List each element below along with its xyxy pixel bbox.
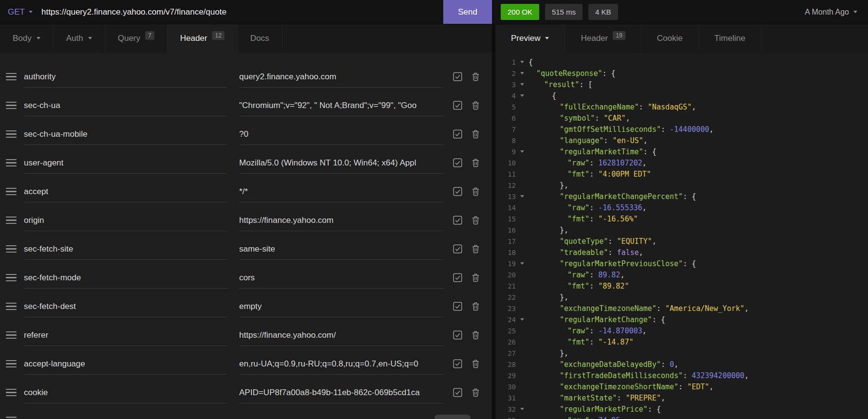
line-number: 24 [495, 316, 516, 324]
fold-toggle-icon[interactable] [516, 72, 528, 74]
header-value-input[interactable]: en,ru-UA;q=0.9,ru-RU;q=0.8,ru;q=0.7,en-U… [239, 349, 444, 378]
code-line: 23"exchangeTimezoneName": "America/New_Y… [495, 303, 868, 314]
drag-handle-icon[interactable] [6, 274, 17, 282]
drag-handle-icon[interactable] [6, 389, 17, 397]
header-enabled-checkbox[interactable] [453, 388, 462, 397]
drag-handle-icon[interactable] [6, 417, 17, 419]
fold-toggle-icon[interactable] [516, 262, 528, 265]
drag-handle-icon[interactable] [6, 73, 17, 81]
drag-handle-icon[interactable] [6, 245, 17, 253]
header-enabled-checkbox[interactable] [453, 216, 462, 225]
header-enabled-checkbox[interactable] [453, 72, 462, 81]
delete-header-button[interactable] [472, 244, 480, 254]
trash-icon [472, 129, 480, 139]
delete-header-button[interactable] [472, 187, 480, 196]
header-value-input[interactable]: ?0 [239, 120, 444, 148]
fold-toggle-icon[interactable] [516, 83, 528, 86]
request-url-section: GET https://query2.finance.yahoo.com/v7/… [0, 0, 492, 24]
method-dropdown[interactable]: GET [0, 0, 41, 24]
delete-header-button[interactable] [472, 129, 480, 139]
url-input[interactable]: https://query2.finance.yahoo.com/v7/fina… [41, 0, 443, 24]
header-name-input[interactable]: referer [24, 321, 227, 349]
delete-header-button[interactable] [472, 330, 480, 340]
checkbox-checked-icon [453, 187, 462, 196]
response-tab-timeline[interactable]: Timeline [699, 24, 762, 52]
response-tab-preview[interactable]: Preview [495, 24, 565, 53]
header-name-input[interactable]: sec-fetch-mode [24, 263, 227, 292]
header-enabled-checkbox[interactable] [453, 302, 462, 311]
delete-header-button[interactable] [472, 216, 480, 225]
header-name-input[interactable]: user-agent [24, 148, 227, 177]
delete-header-button[interactable] [472, 302, 480, 311]
scrollbar-thumb[interactable] [434, 415, 471, 419]
header-value-input[interactable]: query2.finance.yahoo.com [239, 62, 444, 91]
header-value-input[interactable]: https://finance.yahoo.com/ [239, 321, 444, 349]
header-enabled-checkbox[interactable] [453, 129, 462, 139]
code-line: 5"fullExchangeName": "NasdaqGS", [495, 101, 868, 112]
drag-handle-icon[interactable] [6, 130, 17, 138]
fold-toggle-icon[interactable] [516, 150, 528, 153]
header-name-input[interactable]: origin [24, 206, 227, 235]
request-tab-header[interactable]: Header12 [168, 24, 238, 53]
header-name: referer [24, 330, 227, 340]
history-dropdown[interactable]: A Month Ago [805, 8, 868, 17]
delete-header-button[interactable] [472, 101, 480, 110]
trash-icon [472, 273, 480, 282]
drag-handle-icon[interactable] [6, 303, 17, 310]
header-enabled-checkbox[interactable] [453, 273, 462, 282]
request-tab-docs[interactable]: Docs [238, 24, 283, 52]
fold-toggle-icon[interactable] [516, 94, 528, 97]
fold-toggle-icon[interactable] [516, 318, 528, 321]
header-enabled-checkbox[interactable] [453, 187, 462, 196]
delete-header-button[interactable] [472, 273, 480, 282]
header-name-input[interactable]: sec-fetch-site [24, 235, 227, 263]
response-tab-cookie[interactable]: Cookie [642, 24, 699, 52]
drag-handle-icon[interactable] [6, 102, 17, 109]
header-value-input[interactable]: */* [239, 177, 444, 206]
drag-handle-icon[interactable] [6, 331, 17, 339]
fold-toggle-icon[interactable] [516, 195, 528, 198]
header-name-input[interactable]: sec-ch-ua-mobile [24, 120, 227, 148]
header-value-input[interactable]: Mozilla/5.0 (Windows NT 10.0; Win64; x64… [239, 148, 444, 177]
header-name-input[interactable]: cookie [24, 378, 227, 407]
header-name-input[interactable]: sec-fetch-dest [24, 292, 227, 321]
header-value-input[interactable]: same-site [239, 235, 444, 263]
drag-handle-icon[interactable] [6, 188, 17, 196]
header-value-input[interactable]: cors [239, 263, 444, 292]
header-enabled-checkbox[interactable] [453, 101, 462, 110]
code-line: 33"raw": 74.95, [495, 415, 868, 419]
code-line: 4{ [495, 90, 868, 101]
header-value-input[interactable]: empty [239, 292, 444, 321]
header-value-input[interactable]: "Chromium";v="92", " Not A;Brand";v="99"… [239, 91, 444, 120]
delete-header-button[interactable] [472, 158, 480, 167]
code-line: 7"gmtOffSetMilliseconds": -14400000, [495, 124, 868, 135]
drag-handle-icon[interactable] [6, 159, 17, 167]
panel-resize-divider[interactable] [492, 24, 495, 419]
request-tab-query[interactable]: Query7 [105, 24, 168, 52]
request-tab-auth[interactable]: Auth [54, 24, 105, 52]
fold-toggle-icon[interactable] [516, 408, 528, 410]
header-value-input[interactable]: https://finance.yahoo.com [239, 206, 444, 235]
response-tab-header[interactable]: Header19 [565, 24, 641, 52]
header-enabled-checkbox[interactable] [453, 330, 462, 340]
header-name-input[interactable]: authority [24, 62, 227, 91]
response-json-viewer[interactable]: 1{2"quoteResponse": {3"result": [4{5"ful… [495, 53, 868, 419]
header-name-input[interactable]: sec-ch-ua [24, 91, 227, 120]
delete-header-button[interactable] [472, 359, 480, 368]
drag-handle-icon[interactable] [6, 217, 17, 224]
delete-header-button[interactable] [472, 388, 480, 397]
request-tab-body[interactable]: Body [0, 24, 54, 52]
code-text: "quoteResponse": { [528, 69, 616, 78]
header-name-input[interactable]: accept-language [24, 349, 227, 378]
header-value-input[interactable]: APID=UP8f7a00a8-b49b-11eb-862c-069b5cd1c… [239, 378, 444, 407]
send-button[interactable]: Send [443, 0, 492, 24]
drag-handle-icon[interactable] [6, 360, 17, 368]
header-enabled-checkbox[interactable] [453, 359, 462, 368]
header-enabled-checkbox[interactable] [453, 244, 462, 254]
delete-header-button[interactable] [472, 72, 480, 81]
chevron-down-icon [37, 37, 40, 39]
header-name: accept [24, 187, 227, 197]
header-enabled-checkbox[interactable] [453, 158, 462, 167]
fold-toggle-icon[interactable] [516, 61, 528, 63]
header-name-input[interactable]: accept [24, 177, 227, 206]
